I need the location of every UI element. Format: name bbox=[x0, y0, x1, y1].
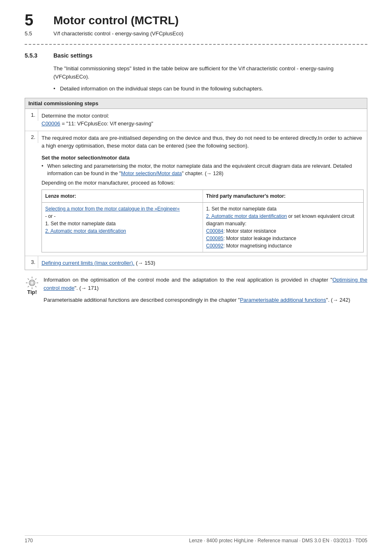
c00085-link[interactable]: C00085 bbox=[206, 236, 224, 241]
tip-label: Tip! bbox=[27, 289, 37, 295]
row-number-2: 2. bbox=[25, 131, 38, 143]
inner-table: Lenze motor: Third party manufacturer's … bbox=[42, 190, 364, 252]
svg-line-5 bbox=[28, 279, 29, 280]
row3-content: Defining current limits (Imax controller… bbox=[38, 256, 367, 270]
inner-col1-data: Selecting a motor from the motor catalog… bbox=[42, 203, 203, 252]
svg-line-8 bbox=[28, 286, 29, 287]
chapter-header: 5 Motor control (MCTRL) bbox=[25, 12, 367, 28]
subsection-header: 5.5.3 Basic settings bbox=[25, 52, 367, 59]
row3-ref: (→ 153) bbox=[136, 260, 155, 266]
row-content-1: Determine the motor control: C00006 = "1… bbox=[38, 109, 367, 131]
commissioning-table: Initial commissioning steps 1. Determine… bbox=[25, 98, 367, 271]
footer: 170 Lenze · 8400 protec HighLine · Refer… bbox=[25, 535, 367, 543]
defining-current-link[interactable]: Defining current limits (Imax controller… bbox=[42, 260, 134, 266]
parameterisable-link[interactable]: Parameterisable additional functions bbox=[240, 297, 326, 303]
or-text: - or - bbox=[45, 213, 55, 219]
section-title: V/f characteristic control - energy-savi… bbox=[53, 30, 183, 37]
row2-content: The required motor data are pre-initiali… bbox=[38, 131, 367, 153]
row-number-1: 1. bbox=[25, 109, 38, 121]
tip-sun-icon bbox=[25, 276, 39, 290]
sub-title: Set the motor selection/motor data bbox=[42, 155, 364, 161]
inner-col2-data: 1. Set the motor nameplate data 2. Autom… bbox=[203, 203, 364, 252]
row2-sub: Set the motor selection/motor data • Whe… bbox=[25, 153, 367, 256]
inner-col2-header: Third party manufacturer's motor: bbox=[203, 190, 364, 202]
svg-line-7 bbox=[35, 279, 37, 280]
svg-rect-9 bbox=[30, 281, 34, 284]
subsection-title: Basic settings bbox=[53, 52, 92, 59]
inner-col1-header: Lenze motor: bbox=[42, 190, 203, 202]
subsection-number: 5.5.3 bbox=[25, 52, 53, 59]
c00084-text: : Motor stator resistance bbox=[224, 228, 277, 234]
tip-para1: Information on the optimisation of the c… bbox=[44, 276, 367, 292]
tip-box: Tip! Information on the optimisation of … bbox=[25, 276, 367, 307]
c00092-link[interactable]: C00092 bbox=[206, 243, 224, 249]
motor-selection-link[interactable]: Motor selection/Motor data bbox=[121, 171, 182, 176]
sub-bullet1: • When selecting and parameterising the … bbox=[42, 162, 364, 178]
row-number-3: 3. bbox=[25, 256, 38, 268]
intro-text: The "Initial commissioning steps" listed… bbox=[53, 65, 367, 81]
sub-bullet2: Depending on the motor manufacturer, pro… bbox=[42, 179, 364, 187]
table-row: 1. Determine the motor control: C00006 =… bbox=[25, 109, 367, 131]
section-header: 5.5 V/f characteristic control - energy-… bbox=[25, 30, 367, 37]
engineer-link[interactable]: Selecting a motor from the motor catalog… bbox=[45, 206, 180, 212]
svg-line-6 bbox=[35, 286, 37, 287]
c00006-link[interactable]: C00006 bbox=[42, 120, 60, 127]
inner-table-header-row: Lenze motor: Third party manufacturer's … bbox=[42, 190, 363, 203]
bullet-item: Detailed information on the individual s… bbox=[53, 85, 367, 93]
footer-page-number: 170 bbox=[25, 538, 33, 543]
auto-id-link-col2[interactable]: 2. Automatic motor data identification bbox=[206, 213, 287, 219]
section-number: 5.5 bbox=[25, 30, 53, 37]
inner-table-data-row: Selecting a motor from the motor catalog… bbox=[42, 203, 363, 252]
row1-text: Determine the motor control: bbox=[42, 113, 109, 119]
table-header: Initial commissioning steps bbox=[25, 98, 367, 109]
tip-para2: Parameterisable additional functions are… bbox=[44, 296, 367, 304]
table-row-3: 3. Defining current limits (Imax control… bbox=[25, 256, 367, 270]
c00092-text: : Motor magnetising inductance bbox=[224, 243, 292, 249]
tip-content: Information on the optimisation of the c… bbox=[44, 276, 367, 307]
auto-id-link-col1[interactable]: 2. Automatic motor data identification bbox=[45, 228, 126, 234]
col1-step1: 1. Set the motor nameplate data bbox=[45, 221, 115, 227]
optimising-link[interactable]: Optimising the control mode bbox=[44, 277, 367, 291]
chapter-number: 5 bbox=[25, 12, 53, 28]
footer-publisher: Lenze · 8400 protec HighLine · Reference… bbox=[189, 538, 367, 543]
chapter-title: Motor control (MCTRL) bbox=[53, 12, 179, 27]
row1-rest: = "11: VFCplusEco: V/f energy-saving" bbox=[60, 120, 153, 127]
col2-step1: 1. Set the motor nameplate data bbox=[206, 206, 277, 212]
tip-icon-group: Tip! bbox=[25, 276, 39, 295]
row2-main: 2. The required motor data are pre-initi… bbox=[25, 131, 367, 153]
c00084-link[interactable]: C00084 bbox=[206, 228, 224, 234]
section-divider bbox=[25, 44, 367, 45]
c00085-text: : Motor stator leakage inductance bbox=[224, 236, 296, 241]
table-row-2: 2. The required motor data are pre-initi… bbox=[25, 131, 367, 256]
